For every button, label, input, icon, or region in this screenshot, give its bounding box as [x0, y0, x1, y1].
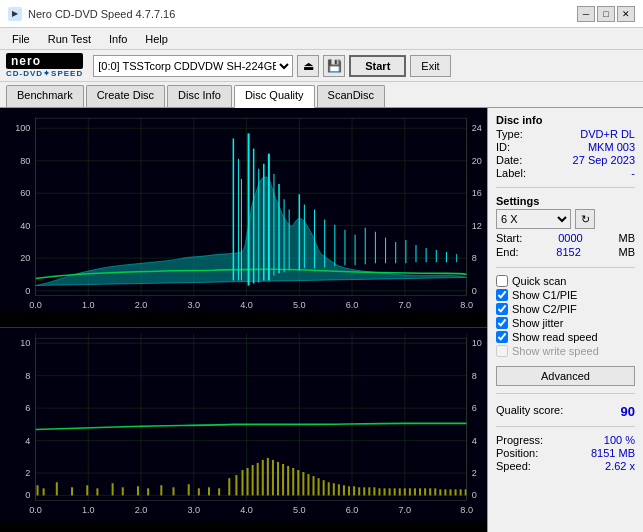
svg-rect-153 [399, 489, 401, 496]
tab-disc-quality[interactable]: Disc Quality [234, 85, 315, 108]
chart-area: 100 80 60 40 20 0 24 20 16 12 8 0 0.0 1.… [0, 108, 488, 532]
disc-type-row: Type: DVD+R DL [496, 128, 635, 140]
svg-text:2.0: 2.0 [135, 300, 148, 310]
top-chart: 100 80 60 40 20 0 24 20 16 12 8 0 0.0 1.… [0, 108, 487, 328]
divider-2 [496, 267, 635, 268]
save-icon-button[interactable]: 💾 [323, 55, 345, 77]
svg-rect-132 [292, 468, 294, 495]
menu-file[interactable]: File [4, 31, 38, 47]
svg-rect-165 [460, 490, 462, 496]
menu-bar: File Run Test Info Help [0, 28, 643, 50]
svg-rect-158 [424, 489, 426, 496]
svg-text:3.0: 3.0 [187, 300, 200, 310]
svg-rect-149 [378, 489, 380, 496]
checkboxes-section: Quick scan Show C1/PIE Show C2/PIF Show … [496, 275, 635, 359]
svg-rect-144 [353, 487, 355, 496]
top-chart-svg: 100 80 60 40 20 0 24 20 16 12 8 0 0.0 1.… [0, 108, 487, 311]
progress-row: Progress: 100 % [496, 434, 635, 446]
eject-icon-button[interactable]: ⏏ [297, 55, 319, 77]
start-button[interactable]: Start [349, 55, 406, 77]
c2pif-checkbox[interactable] [496, 303, 508, 315]
menu-info[interactable]: Info [101, 31, 135, 47]
tab-disc-info[interactable]: Disc Info [167, 85, 232, 107]
quality-value: 90 [621, 404, 635, 419]
svg-rect-117 [198, 489, 200, 496]
menu-help[interactable]: Help [137, 31, 176, 47]
start-row: Start: 0000 MB [496, 232, 635, 244]
close-button[interactable]: ✕ [617, 6, 635, 22]
title-bar: ▶ Nero CD-DVD Speed 4.7.7.16 ─ □ ✕ [0, 0, 643, 28]
start-unit: MB [619, 232, 636, 244]
svg-rect-156 [414, 489, 416, 496]
svg-rect-118 [208, 488, 210, 496]
speed-row: Speed: 2.62 x [496, 460, 635, 472]
svg-rect-108 [86, 486, 88, 496]
menu-run-test[interactable]: Run Test [40, 31, 99, 47]
window-controls[interactable]: ─ □ ✕ [577, 6, 635, 22]
tab-scan-disc[interactable]: ScanDisc [317, 85, 385, 107]
svg-rect-115 [172, 488, 174, 496]
svg-rect-157 [419, 489, 421, 496]
end-row: End: 8152 MB [496, 246, 635, 258]
read-speed-checkbox[interactable] [496, 331, 508, 343]
svg-text:4.0: 4.0 [240, 505, 253, 515]
maximize-button[interactable]: □ [597, 6, 615, 22]
svg-rect-143 [348, 487, 350, 496]
refresh-button[interactable]: ↻ [575, 209, 595, 229]
jitter-label: Show jitter [512, 317, 563, 329]
jitter-checkbox[interactable] [496, 317, 508, 329]
svg-rect-147 [368, 488, 370, 496]
c1pie-label: Show C1/PIE [512, 289, 577, 301]
disc-label-row: Label: - [496, 167, 635, 179]
svg-text:6: 6 [25, 404, 30, 414]
svg-text:0: 0 [472, 491, 477, 501]
svg-text:4.0: 4.0 [240, 300, 253, 310]
content-area: 100 80 60 40 20 0 24 20 16 12 8 0 0.0 1.… [0, 108, 643, 532]
disc-info-title: Disc info [496, 114, 635, 126]
svg-rect-125 [257, 463, 259, 495]
write-speed-label: Show write speed [512, 345, 599, 357]
window-title: Nero CD-DVD Speed 4.7.7.16 [28, 8, 175, 20]
svg-rect-151 [389, 489, 391, 496]
svg-text:8.0: 8.0 [460, 300, 473, 310]
svg-rect-166 [465, 490, 467, 496]
svg-text:10: 10 [472, 339, 482, 349]
exit-button[interactable]: Exit [410, 55, 450, 77]
c1pie-checkbox[interactable] [496, 289, 508, 301]
settings-section: Settings 6 X ↻ Start: 0000 MB End: 8152 … [496, 195, 635, 260]
drive-select[interactable]: [0:0] TSSTcorp CDDVDW SH-224GB SB00 [93, 55, 293, 77]
svg-rect-116 [188, 485, 190, 496]
quality-row: Quality score: 90 [496, 404, 635, 419]
svg-rect-110 [112, 484, 114, 496]
position-row: Position: 8151 MB [496, 447, 635, 459]
svg-rect-137 [318, 479, 320, 496]
start-label: Start: [496, 232, 522, 244]
svg-text:100: 100 [15, 123, 30, 133]
read-speed-row: Show read speed [496, 331, 635, 343]
nero-logo: nero [6, 53, 83, 69]
svg-rect-159 [429, 489, 431, 496]
quick-scan-checkbox[interactable] [496, 275, 508, 287]
svg-rect-163 [449, 490, 451, 496]
title-bar-left: ▶ Nero CD-DVD Speed 4.7.7.16 [8, 7, 175, 21]
tab-benchmark[interactable]: Benchmark [6, 85, 84, 107]
svg-text:6: 6 [472, 404, 477, 414]
svg-text:12: 12 [472, 221, 482, 231]
disc-id-row: ID: MKM 003 [496, 141, 635, 153]
svg-rect-126 [262, 460, 264, 496]
advanced-button[interactable]: Advanced [496, 366, 635, 386]
speed-select[interactable]: 6 X [496, 209, 571, 229]
start-value: 0000 [558, 232, 582, 244]
svg-rect-135 [307, 475, 309, 496]
svg-text:5.0: 5.0 [293, 300, 306, 310]
end-value: 8152 [556, 246, 580, 258]
write-speed-checkbox[interactable] [496, 345, 508, 357]
tab-bar: Benchmark Create Disc Disc Info Disc Qua… [0, 82, 643, 108]
svg-rect-141 [338, 485, 340, 496]
minimize-button[interactable]: ─ [577, 6, 595, 22]
svg-text:2: 2 [472, 469, 477, 479]
tab-create-disc[interactable]: Create Disc [86, 85, 165, 107]
svg-text:0: 0 [25, 491, 30, 501]
disc-info-section: Disc info Type: DVD+R DL ID: MKM 003 Dat… [496, 114, 635, 180]
svg-rect-114 [160, 486, 162, 496]
